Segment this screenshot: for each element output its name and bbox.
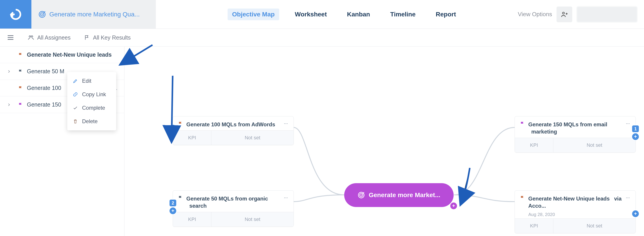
logo-icon: [10, 8, 22, 21]
menu-copy-link[interactable]: Copy Link: [67, 88, 116, 101]
svg-point-15: [626, 197, 627, 198]
context-menu: Edit Copy Link Complete Delete: [67, 72, 116, 130]
people-icon: [28, 34, 34, 41]
pencil-icon: [73, 78, 78, 84]
sidebar-item-label: Generate 150: [27, 101, 61, 108]
flag-icon: [18, 69, 23, 74]
view-options[interactable]: View Options: [518, 11, 552, 18]
more-icon[interactable]: [625, 121, 630, 126]
svg-point-3: [562, 12, 564, 14]
people-icon: [560, 11, 568, 18]
menu-icon[interactable]: [7, 34, 14, 41]
breadcrumb[interactable]: Generate more Marketing Qua...: [32, 0, 156, 29]
sidebar-item-label: Generate 100: [27, 85, 61, 91]
node-kpi-value: Not set: [212, 131, 294, 145]
menu-complete-label: Complete: [82, 105, 105, 111]
filter-assignees[interactable]: All Assignees: [28, 34, 71, 41]
add-child-button[interactable]: +: [450, 202, 457, 209]
app-logo[interactable]: [0, 0, 32, 29]
svg-point-8: [287, 123, 288, 124]
filter-key-results-label: All Key Results: [93, 34, 131, 41]
center-label: Generate more Market...: [369, 191, 440, 199]
add-child-button[interactable]: +: [170, 207, 176, 214]
sidebar-item-label: Generate Net-New Unique leads: [27, 51, 112, 58]
menu-delete[interactable]: Delete: [67, 115, 116, 128]
svg-point-10: [286, 197, 286, 198]
node-kpi-value: Not set: [554, 219, 636, 233]
svg-point-11: [287, 197, 288, 198]
flag-icon: [18, 102, 23, 107]
svg-point-13: [628, 123, 628, 124]
svg-point-14: [629, 123, 630, 124]
node-title: Generate 50 MQLs from organic search: [186, 195, 280, 210]
target-icon: [38, 10, 46, 19]
node-title: Generate 100 MQLs from AdWords: [186, 121, 280, 128]
flag-icon: [18, 85, 23, 91]
link-icon: [73, 92, 78, 97]
svg-point-12: [626, 123, 627, 124]
child-count-badge: 2: [170, 200, 176, 206]
node-kpi-label: KPI: [173, 212, 212, 226]
node-kpi-label: KPI: [173, 131, 212, 145]
objective-map-canvas[interactable]: Generate 100 MQLs from AdWords KPI Not s…: [124, 47, 644, 236]
main-tabs: Objective Map Worksheet Kanban Timeline …: [228, 9, 460, 20]
tab-timeline[interactable]: Timeline: [386, 9, 420, 20]
menu-complete[interactable]: Complete: [67, 101, 116, 115]
flag-icon: [18, 52, 23, 58]
filter-assignees-label: All Assignees: [37, 34, 71, 41]
flag-icon: [520, 121, 525, 126]
menu-copy-link-label: Copy Link: [82, 91, 106, 97]
svg-point-16: [628, 197, 628, 198]
add-child-button[interactable]: +: [632, 210, 639, 217]
svg-point-5: [31, 36, 33, 37]
node-kpi-value: Not set: [212, 212, 294, 226]
child-count-badge: 1: [632, 126, 639, 132]
tab-report[interactable]: Report: [431, 9, 460, 20]
node-150-email[interactable]: Generate 150 MQLs from email marketing K…: [514, 116, 636, 153]
flag-icon: [178, 121, 183, 126]
menu-edit[interactable]: Edit: [67, 74, 116, 88]
people-button[interactable]: [556, 7, 572, 22]
svg-point-2: [42, 14, 43, 15]
more-icon[interactable]: [283, 195, 288, 200]
node-net-new[interactable]: Generate Net-New Unique leads via Acco..…: [514, 190, 636, 233]
node-kpi-value: Not set: [554, 138, 636, 152]
tab-worksheet[interactable]: Worksheet: [290, 9, 332, 20]
tab-kanban[interactable]: Kanban: [342, 9, 374, 20]
svg-point-17: [629, 197, 630, 198]
trash-icon: [73, 119, 78, 124]
node-100-adwords[interactable]: Generate 100 MQLs from AdWords KPI Not s…: [173, 116, 294, 145]
add-child-button[interactable]: +: [632, 133, 639, 140]
user-menu[interactable]: [577, 7, 637, 22]
tab-objective-map[interactable]: Objective Map: [228, 9, 279, 20]
chevron-right-icon: [7, 102, 11, 107]
node-kpi-label: KPI: [515, 219, 554, 233]
node-title: Generate Net-New Unique leads via Acco..…: [528, 195, 622, 210]
flag-icon: [84, 35, 90, 40]
flag-icon: [520, 195, 525, 200]
menu-edit-label: Edit: [82, 78, 91, 84]
filter-key-results[interactable]: All Key Results: [84, 34, 131, 41]
target-icon: [358, 191, 365, 199]
center-objective[interactable]: Generate more Market... +: [344, 183, 454, 207]
node-kpi-label: KPI: [515, 138, 554, 152]
menu-delete-label: Delete: [82, 118, 98, 125]
check-icon: [73, 105, 78, 110]
node-50-organic[interactable]: Generate 50 MQLs from organic search KPI…: [173, 190, 294, 227]
node-title: Generate 150 MQLs from email marketing: [528, 121, 622, 136]
svg-point-9: [284, 197, 285, 198]
page-title: Generate more Marketing Qua...: [49, 11, 140, 18]
svg-point-4: [29, 36, 31, 37]
svg-point-7: [286, 123, 286, 124]
chevron-right-icon: [7, 69, 11, 74]
svg-point-6: [284, 123, 285, 124]
node-date: Aug 28, 2020: [515, 212, 636, 218]
more-icon[interactable]: [283, 121, 288, 126]
svg-point-20: [361, 195, 362, 196]
more-icon[interactable]: [625, 195, 630, 200]
sidebar-item-net-new[interactable]: Generate Net-New Unique leads: [0, 47, 124, 63]
sidebar-item-label: Generate 50 M: [27, 68, 64, 75]
flag-icon: [178, 195, 183, 200]
